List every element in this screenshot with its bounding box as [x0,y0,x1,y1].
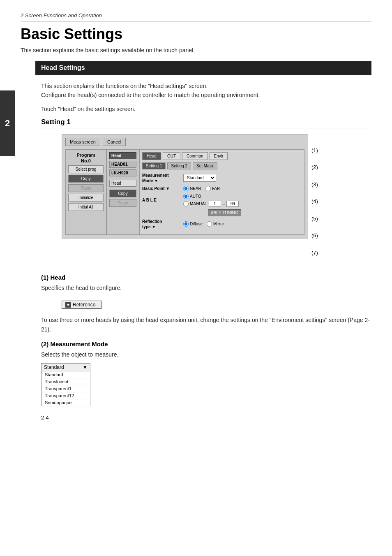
reference-label: Reference [73,302,95,308]
able-label: A B L E [142,197,183,203]
basic-point-options: NEAR FAR [183,186,220,191]
radio-manual[interactable]: MANUAL [183,201,207,206]
meas-screen-button[interactable]: Meas screen [65,138,100,146]
screen-mockup-container: Meas screen Cancel Program No.0 Select p… [41,134,371,266]
subtab-setting2[interactable]: Setting 2 [167,162,191,169]
able-dash: – [223,202,225,206]
intro-text: This section explains the basic settings… [21,47,371,53]
head-label: Head [109,180,136,188]
able-options: AUTO MANUAL – [183,194,239,207]
measurement-mode-select[interactable]: Standard [183,174,216,182]
measurement-mode-title: (2) Measurement Mode [41,341,371,348]
mockup-settings-panel: Head OUT Common Envir Setting 1 Setting … [139,149,304,235]
able-to-input[interactable] [226,201,239,207]
screen-mockup: Meas screen Cancel Program No.0 Select p… [62,134,308,239]
setting1-heading: Setting 1 [41,118,371,128]
reflection-label: Reflectiontype ▼ [142,219,183,229]
reference-body: To use three or more heads by using the … [41,315,371,334]
breadcrumb: 2 Screen Functions and Operation [21,12,371,21]
section-body: This section explains the functions on t… [41,81,371,100]
dropdown-arrow-icon: ▼ [83,364,88,370]
radio-mirror[interactable]: Mirror [207,221,224,227]
page-number: 2-4 [41,415,371,421]
callout-3: (3) [311,181,318,188]
radio-far[interactable]: FAR [205,186,220,191]
head-tab-button[interactable]: Head [109,152,136,159]
radio-near[interactable]: NEAR [183,186,201,191]
tab-common[interactable]: Common [182,152,208,160]
page-title: Basic Settings [21,25,371,43]
callout-2: (2) [311,164,318,170]
copy-button-left[interactable]: Copy [68,175,104,183]
measurement-mode-body: Selects the object to measure. [41,350,371,359]
measurement-mode-label: MeasurementMode ▼ [142,173,183,183]
able-tuning-button[interactable]: ABLE TUNING [208,209,241,216]
tab-envir[interactable]: Envir [210,152,228,160]
dropdown-selected: Standard [44,364,64,370]
section-header: Head Settings [35,61,371,75]
main-tabs: Head OUT Common Envir [142,152,302,160]
mockup-topbar: Meas screen Cancel [65,138,304,146]
paste-button-head[interactable]: Paste [109,199,136,207]
reflection-options: Diffuse Mirror [183,221,224,227]
initial-all-button[interactable]: Initial All [68,203,104,211]
dropdown-header: Standard ▼ [42,364,90,371]
mockup-main-area: Program No.0 Select prog Copy Paste Init… [65,149,304,235]
dropdown-item-transparent12[interactable]: Transparent12 [42,392,90,399]
callout-4: (4) [311,198,318,204]
dropdown-item-translucent[interactable]: Translucent [42,378,90,385]
head-subsection-title: (1) Head [41,274,371,281]
able-tuning-row: ABLE TUNING [142,209,302,216]
fold-icon: ⌐ [95,303,98,307]
sub-tabs: Setting 1 Setting 2 Set Mask [142,162,302,169]
head-body: Specifies the head to configure. [41,283,371,292]
touch-instruction: Touch "Head" on the settings screen. [41,106,371,112]
cancel-button[interactable]: Cancel [103,138,126,146]
reference-icon: ★ [65,302,71,308]
radio-diffuse[interactable]: Diffuse [183,221,203,227]
select-prog-button[interactable]: Select prog [68,165,104,173]
mockup-left-panel: Program No.0 Select prog Copy Paste Init… [65,149,106,235]
callout-6: (6) [311,232,318,239]
able-row: A B L E AUTO MANUAL – [142,194,302,207]
radio-auto[interactable]: AUTO [183,194,239,199]
dropdown-item-transparent1[interactable]: Transparent1 [42,385,90,392]
chapter-number: 2 [5,118,10,129]
mockup-head-panel: Head HEAD01 LK-H020 Head Copy Paste [106,149,139,235]
chapter-marker: 2 [0,90,15,156]
measurement-mode-row: MeasurementMode ▼ Standard [142,173,302,183]
lk-h020-item: LK-H020 [109,169,136,176]
subtab-setting1[interactable]: Setting 1 [142,162,166,169]
dropdown-mockup: Standard ▼ Standard Translucent Transpar… [41,363,90,406]
head01-item: HEAD01 [109,161,136,168]
initialize-button[interactable]: Initialize [68,194,104,202]
paste-button-left[interactable]: Paste [68,184,104,192]
reflection-row: Reflectiontype ▼ Diffuse Mirror [142,219,302,229]
basic-point-label: Basic Point ▼ [142,186,183,191]
tab-out[interactable]: OUT [163,152,180,160]
dropdown-item-standard[interactable]: Standard [42,371,90,378]
callout-7: (7) [311,250,318,256]
reference-box: ★ Reference ⌐ [62,301,101,309]
callout-numbers: (1) (2) (3) (4) (5) (6) (7) [311,134,318,266]
tab-head[interactable]: Head [142,152,161,160]
copy-button-head[interactable]: Copy [109,190,136,197]
able-from-input[interactable] [209,201,221,207]
program-label: Program No.0 [68,152,104,164]
callout-1: (1) [311,147,318,153]
dropdown-item-semi-opaque[interactable]: Semi-opaque [42,399,90,406]
callout-5: (5) [311,215,318,222]
subtab-set-mask[interactable]: Set Mask [193,162,217,169]
basic-point-row: Basic Point ▼ NEAR FAR [142,186,302,191]
